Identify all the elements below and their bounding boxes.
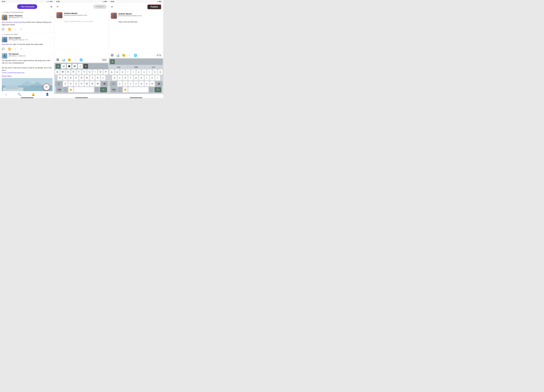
key-g-l[interactable]: g [134,75,138,81]
key-B[interactable]: B [85,81,89,86]
more-button-2[interactable]: ··· [49,37,53,40]
key-L[interactable]: L [101,75,106,81]
warning-icon-3[interactable]: ❕ [128,54,131,57]
key-A[interactable]: A [58,75,62,81]
key-s-l[interactable]: s [118,75,122,81]
key-H[interactable]: H [85,75,89,81]
key-U[interactable]: 7U [87,69,92,75]
key-enter[interactable]: ↵ [100,87,107,92]
key-period[interactable]: . [95,87,99,92]
key-shift-3[interactable]: ⇧ [110,81,117,86]
kb-tool-gear[interactable]: ⚙ [83,64,88,69]
key-K[interactable]: K [95,75,100,81]
key-f-l[interactable]: f [128,75,133,81]
key-comma-3[interactable]: , [118,87,122,92]
key-E[interactable]: 3E [66,69,71,75]
key-D[interactable]: D [68,75,73,81]
key-S[interactable]: S [63,75,68,81]
key-R[interactable]: 4R [71,69,76,75]
key-backspace-3[interactable]: ⌫ [155,81,162,86]
globe-icon[interactable]: 🌐 [79,58,83,62]
hashtag-evs[interactable]: #evs [7,75,12,77]
key-P[interactable]: 0P [103,69,108,75]
kb-tool-square[interactable]: ⬛ [67,64,71,69]
reply-action-2[interactable]: 💬 [2,48,5,50]
settings-button[interactable]: ⚙ [50,5,53,8]
chevron-down-3[interactable]: ⌄ [109,94,163,97]
key-z-l[interactable]: z [118,81,122,86]
mention-chock[interactable]: @chockenberry [2,21,13,23]
poll-icon[interactable]: 📊 [62,58,65,62]
key-r[interactable]: 4r [125,69,130,75]
key-T[interactable]: 5T [77,69,81,75]
key-y[interactable]: 6y [136,69,141,75]
key-v-l[interactable]: v [134,81,138,86]
key-b-l[interactable]: b [139,81,144,86]
nav-notifications[interactable]: 🔔 [31,93,35,96]
key-comma[interactable]: , [63,87,68,92]
compose-input-empty[interactable]: Type or paste what's on your mind [54,19,109,27]
boost-action-2[interactable]: 🔁 [8,48,11,50]
emoji-icon[interactable]: 🙂 [68,58,71,62]
suggestion-root[interactable]: root [145,65,162,69]
key-enter-3[interactable]: ↵ [154,87,161,92]
image-icon[interactable]: 🖼 [56,58,59,62]
key-V[interactable]: V [79,81,84,86]
kb-tool-clipboard[interactable]: 📋 [78,64,83,69]
key-e[interactable]: 3e [120,69,125,75]
key-M[interactable]: M [95,81,100,86]
key-m-l[interactable]: m [150,81,155,86]
key-t[interactable]: 5t [131,69,136,75]
fav-action-2[interactable]: ☆ [14,48,16,50]
reply-action-1[interactable]: 💬 [2,28,5,31]
key-w[interactable]: 2w [115,69,119,75]
emoji-icon-3[interactable]: 🙂 [122,54,125,57]
key-backspace[interactable]: ⌫ [101,81,108,86]
key-emoji-bottom-3[interactable]: 🙂 [123,87,128,92]
kb-tool-sticker[interactable]: 🔄 [61,64,66,69]
publish-button-active[interactable]: Publish [147,5,161,9]
warning-icon[interactable]: ❕ [73,58,77,62]
key-a-l[interactable]: a [112,75,117,81]
boost-action-1[interactable]: 🔁 [8,28,11,31]
poll-icon-3[interactable]: 📊 [116,54,119,57]
key-h-l[interactable]: h [139,75,144,81]
key-num-3[interactable]: ?123 [111,87,117,92]
share-action-2[interactable]: ↗ [20,48,22,50]
compose-text-filled[interactable]: This is not my first toot [109,20,163,24]
key-l-l[interactable]: l [155,75,160,81]
key-J[interactable]: J [90,75,95,81]
more-button-1[interactable]: ··· [49,15,53,18]
key-Q[interactable]: 1Q [55,69,60,75]
key-O[interactable]: 9O [98,69,103,75]
kb-tool-grid-3[interactable]: ⊞ [110,59,115,64]
key-emoji-bottom[interactable]: 🙂 [68,87,73,92]
key-X[interactable]: X [68,81,73,86]
key-c-l[interactable]: c [128,81,133,86]
nav-search[interactable]: 🔍 [18,93,21,96]
key-space-3[interactable] [128,87,148,92]
mention-drdrang[interactable]: @drdrang [14,21,21,23]
nav-profile[interactable]: 👤 [46,93,49,96]
key-N[interactable]: N [90,81,95,86]
key-x-l[interactable]: x [123,81,128,86]
key-period-3[interactable]: . [149,87,154,92]
chevron-down-2[interactable]: ⌄ [54,94,109,97]
kb-tool-gif[interactable]: GIF [72,64,77,69]
key-I[interactable]: 8I [93,69,97,75]
fav-action-1[interactable]: ☆ [14,28,16,31]
key-u[interactable]: 7u [142,69,147,75]
more-button-3[interactable]: ··· [49,53,53,56]
key-q[interactable]: 1q [109,69,114,75]
key-C[interactable]: C [74,81,78,86]
globe-icon-3[interactable]: 🌐 [134,54,137,57]
key-space[interactable] [74,87,94,92]
share-action-1[interactable]: ↗ [20,28,22,31]
key-i[interactable]: 8i [147,69,152,75]
close-button-empty[interactable]: ✕ [56,5,59,8]
post-link-3[interactable]: inverse.com/tech/hyundai-ioniq… [2,72,26,74]
key-F[interactable]: F [74,75,78,81]
mention-dcseifert[interactable]: @dcseifert [2,43,10,45]
nav-home[interactable]: ⌂ [5,93,7,96]
key-shift[interactable]: ⇧ [55,81,62,86]
